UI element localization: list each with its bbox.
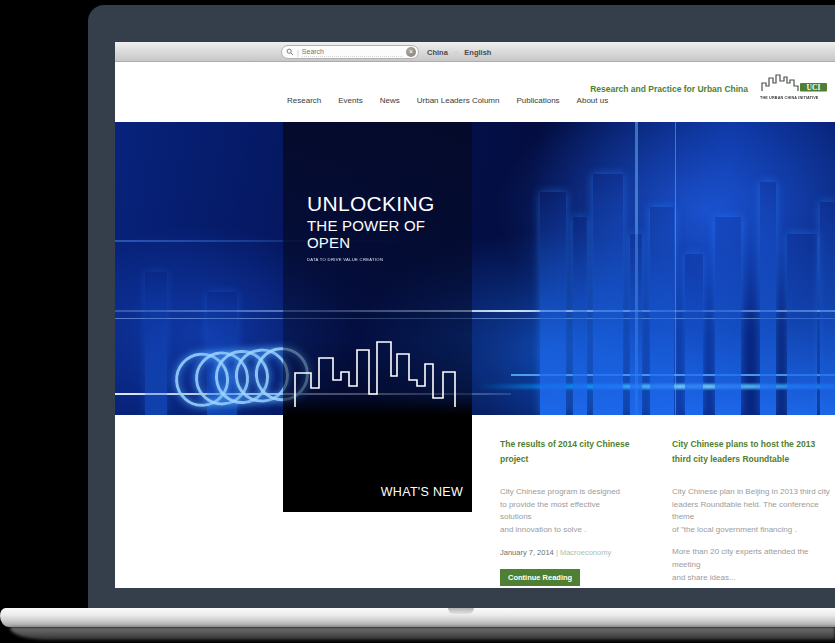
hero-building-glow <box>540 192 566 415</box>
laptop-lid-notch <box>448 608 474 614</box>
news-articles: The results of 2014 city Chinese project… <box>500 437 835 588</box>
hero-building-glow <box>630 234 642 415</box>
hero-building-glow <box>593 174 623 415</box>
article-excerpt-2: More than 20 city experts attended the m… <box>672 546 835 584</box>
article-date: January 7, 2014 <box>500 548 554 557</box>
hero-building-glow <box>145 272 167 415</box>
hero-building-glow <box>820 202 835 415</box>
search-input[interactable] <box>302 48 403 57</box>
search-icon <box>286 48 294 56</box>
hero-title-line1: UNLOCKING <box>307 192 472 216</box>
svg-text:UCI: UCI <box>807 83 821 92</box>
hero-building-glow <box>787 234 817 415</box>
language-switcher: China · English <box>427 42 491 62</box>
nav-publications[interactable]: Publications <box>516 96 559 105</box>
website-screen: | × China · English Research Events News… <box>115 42 835 588</box>
article-excerpt: City Chinese plan in Beijing in 2013 thi… <box>672 486 835 537</box>
laptop-shadow <box>10 627 835 640</box>
hero-light-column <box>675 122 676 415</box>
site-header: Research Events News Urban Leaders Colum… <box>115 62 835 122</box>
search-clear-button[interactable]: × <box>406 47 416 57</box>
lang-separator: · <box>455 48 458 57</box>
hero-overlay-panel: UNLOCKING THE POWER OF OPEN DATA TO DRIV… <box>283 122 472 512</box>
search-box[interactable]: | × <box>281 45 419 59</box>
continue-reading-button[interactable]: Continue Reading <box>500 569 580 586</box>
nav-news[interactable]: News <box>380 96 400 105</box>
hero-subtitle: DATA TO DRIVE VALUE CREATION <box>307 257 423 261</box>
hero-title-line2: THE POWER OF OPEN <box>307 217 472 251</box>
brand-area: Research and Practice for Urban China UC… <box>590 70 830 102</box>
article-meta: January 7, 2014 | Macroeconomy <box>500 548 655 557</box>
lang-china[interactable]: China <box>427 48 448 57</box>
article-excerpt: City Chinese program is designed to prov… <box>500 486 655 537</box>
article-card: City Chinese plans to host the 2013 thir… <box>672 437 835 588</box>
hero-image <box>115 122 835 415</box>
hero-building-glow <box>715 217 741 415</box>
nav-research[interactable]: Research <box>287 96 321 105</box>
article-title[interactable]: The results of 2014 city Chinese project <box>500 437 655 467</box>
nav-events[interactable]: Events <box>338 96 362 105</box>
logo-caption: THE URBAN CHINA INITIATIVE <box>760 96 804 100</box>
hero-building-glow <box>573 217 587 415</box>
whats-new-label: WHAT'S NEW <box>381 485 463 499</box>
laptop-mockup: | × China · English Research Events News… <box>0 0 835 643</box>
article-category[interactable]: Macroeconomy <box>560 548 611 557</box>
article-title[interactable]: City Chinese plans to host the 2013 thir… <box>672 437 835 467</box>
hero-building-glow <box>685 254 703 415</box>
meta-separator: | <box>556 548 558 557</box>
uci-skyline-logo-icon: UCI <box>760 70 830 92</box>
hero-text-block: UNLOCKING THE POWER OF OPEN DATA TO DRIV… <box>283 122 472 263</box>
hero-building-glow <box>760 182 776 415</box>
nav-urban-leaders-column[interactable]: Urban Leaders Column <box>417 96 500 105</box>
hero-building-glow <box>650 207 674 415</box>
skyline-lineart-icon <box>293 327 463 409</box>
search-divider: | <box>297 49 299 56</box>
laptop-base <box>0 608 835 627</box>
lang-english[interactable]: English <box>464 48 491 57</box>
uci-logo[interactable]: UCI THE URBAN CHINA INITIATIVE <box>760 70 830 102</box>
site-tagline: Research and Practice for Urban China <box>590 84 748 94</box>
main-nav: Research Events News Urban Leaders Colum… <box>287 96 608 105</box>
article-card: The results of 2014 city Chinese project… <box>500 437 655 588</box>
browser-chrome-bar: | × China · English <box>115 42 835 62</box>
